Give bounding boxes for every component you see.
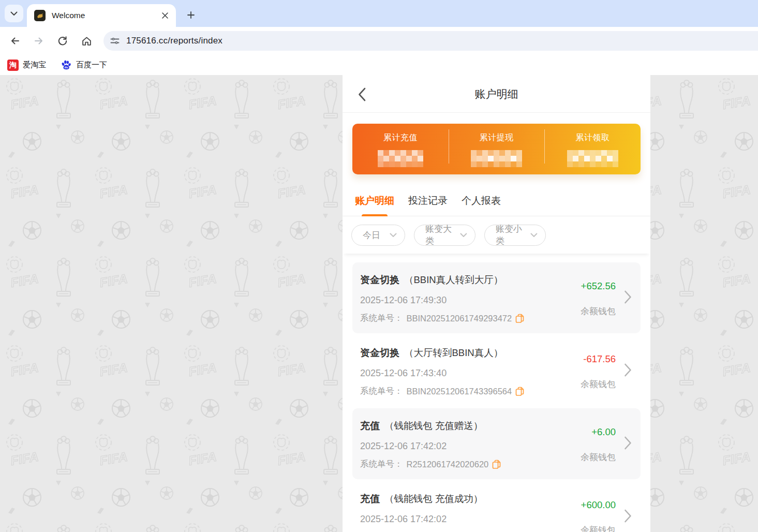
summary-total-deposit: 累计充值 [352, 124, 449, 174]
copy-icon[interactable] [515, 387, 524, 396]
url-text[interactable]: 175616.cc/reports/index [126, 36, 222, 46]
chevron-down-icon [10, 11, 18, 16]
chevron-right-icon[interactable] [624, 436, 632, 452]
bookmark-taobao[interactable]: 淘 爱淘宝 [7, 60, 46, 71]
browser-toolbar: 175616.cc/reports/index [0, 27, 758, 55]
copy-icon[interactable] [492, 460, 501, 469]
taobao-icon: 淘 [7, 60, 19, 71]
transaction-amount: -617.56 [581, 353, 616, 365]
tab-close-icon[interactable] [159, 10, 171, 21]
order-number: BBIN202512061743396564 [407, 387, 512, 396]
tab-personal-report[interactable]: 个人报表 [462, 194, 501, 208]
copy-icon[interactable] [515, 314, 524, 323]
bookmark-baidu[interactable]: du 百度一下 [61, 60, 107, 71]
home-button[interactable] [78, 32, 95, 50]
site-favicon-icon [34, 10, 46, 21]
filter-date-dropdown[interactable]: 今日 [351, 225, 405, 246]
transaction-amount: +600.00 [581, 499, 616, 511]
baidu-icon: du [61, 60, 72, 71]
site-settings-icon[interactable] [110, 36, 120, 46]
back-chevron-button[interactable] [358, 87, 370, 101]
summary-total-withdraw: 累计提现 [449, 124, 545, 174]
tab-title: Welcome [52, 11, 159, 20]
svg-text:du: du [65, 65, 68, 68]
chevron-right-icon[interactable] [624, 290, 632, 306]
transaction-wallet: 余额钱包 [581, 305, 616, 317]
chevron-down-icon [460, 233, 467, 238]
chevron-right-icon[interactable] [624, 509, 632, 525]
transaction-row[interactable]: 充值（钱能钱包 充值成功） 2025-12-06 17:42:02 +600.0… [352, 481, 641, 532]
tabs-row: 账户明细 投注记录 个人报表 [343, 174, 650, 216]
transaction-amount: +652.56 [581, 280, 616, 292]
new-tab-button[interactable] [183, 7, 199, 23]
reload-button[interactable] [54, 32, 71, 50]
tab-account-details[interactable]: 账户明细 [355, 194, 394, 208]
account-details-panel: 账户明细 累计充值 累计提现 累计领取 账户明细 投注记录 [343, 75, 650, 532]
filter-row: 今日 账变大类 账变小类 [343, 216, 650, 254]
masked-value [471, 150, 522, 167]
back-button[interactable] [6, 32, 24, 50]
masked-value [567, 150, 618, 167]
transaction-amount: +6.00 [581, 426, 616, 438]
tab-search-button[interactable] [5, 5, 23, 22]
tab-bet-records[interactable]: 投注记录 [408, 194, 448, 208]
transaction-list: 资金切换（BBIN真人转到大厅） 2025-12-06 17:49:30 系统单… [343, 254, 650, 532]
order-number: R2512061742020620 [407, 460, 489, 469]
summary-card: 累计充值 累计提现 累计领取 [352, 124, 641, 174]
bookmarks-bar: 淘 爱淘宝 du 百度一下 [0, 55, 758, 75]
transaction-row[interactable]: 资金切换（大厅转到BBIN真人） 2025-12-06 17:43:40 系统单… [352, 335, 641, 406]
masked-value [378, 150, 423, 167]
page-title: 账户明细 [343, 75, 650, 113]
filter-major-category-dropdown[interactable]: 账变大类 [414, 225, 475, 246]
chevron-down-icon [390, 233, 397, 238]
forward-button[interactable] [30, 32, 48, 50]
chevron-down-icon [530, 233, 538, 238]
order-number: BBIN202512061749293472 [407, 314, 512, 323]
browser-tab[interactable]: Welcome [27, 4, 176, 27]
page-background: FIFA [0, 75, 758, 532]
transaction-wallet: 余额钱包 [581, 378, 616, 390]
transaction-wallet: 余额钱包 [581, 451, 616, 463]
chevron-right-icon[interactable] [624, 363, 632, 379]
url-bar[interactable]: 175616.cc/reports/index [103, 31, 758, 51]
transaction-wallet: 余额钱包 [581, 524, 616, 532]
transaction-row[interactable]: 资金切换（BBIN真人转到大厅） 2025-12-06 17:49:30 系统单… [352, 262, 641, 333]
summary-total-claimed: 累计领取 [544, 124, 641, 174]
browser-tab-strip: Welcome [0, 0, 758, 27]
filter-minor-category-dropdown[interactable]: 账变小类 [484, 225, 546, 246]
panel-header: 账户明细 [343, 75, 650, 113]
transaction-row[interactable]: 充值（钱能钱包 充值赠送） 2025-12-06 17:42:02 系统单号：R… [352, 408, 641, 479]
